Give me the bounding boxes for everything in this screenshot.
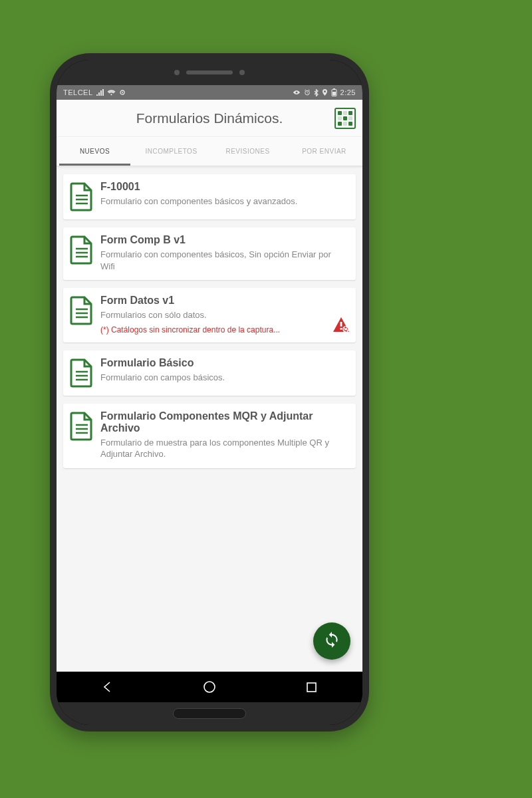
document-icon <box>70 296 94 325</box>
phone-frame: TELCEL <box>50 53 369 732</box>
tab-por-enviar[interactable]: POR ENVIAR <box>286 137 362 166</box>
tab-revisiones[interactable]: REVISIONES <box>209 137 286 166</box>
tab-bar: NUEVOS INCOMPLETOS REVISIONES POR ENVIAR <box>57 137 362 166</box>
tab-label: NUEVOS <box>80 148 110 155</box>
sensor-dot <box>239 70 245 75</box>
form-card-body: F-10001Formulario con componentes básico… <box>100 181 348 211</box>
nav-recents-button[interactable] <box>304 680 319 694</box>
form-title: Formulario Básico <box>100 357 348 369</box>
location-icon <box>119 89 126 96</box>
form-warning: (*) Catálogos sin sincronizar dentro de … <box>100 325 348 334</box>
alarm-icon <box>304 89 311 96</box>
phone-earpiece-bar <box>57 60 362 85</box>
svg-point-1 <box>122 92 123 93</box>
form-list[interactable]: F-10001Formulario con componentes básico… <box>57 166 362 672</box>
bluetooth-icon <box>314 89 319 96</box>
document-icon <box>70 412 94 441</box>
tab-incompletos[interactable]: INCOMPLETOS <box>133 137 209 166</box>
battery-icon <box>331 88 337 96</box>
nav-back-button[interactable] <box>100 680 115 694</box>
clock-label: 2:25 <box>340 88 356 96</box>
svg-rect-4 <box>333 88 335 90</box>
form-card-body: Formulario Componentes MQR y Adjuntar Ar… <box>100 410 348 460</box>
svg-rect-5 <box>332 92 336 96</box>
calendar-grid-icon[interactable] <box>334 108 356 129</box>
form-card-body: Form Comp B v1Formulario con componentes… <box>100 234 348 272</box>
document-icon <box>70 182 94 211</box>
document-icon <box>70 358 94 388</box>
form-title: F-10001 <box>100 181 348 193</box>
eye-icon <box>293 89 301 96</box>
form-card[interactable]: Form Datos v1Formularios con sólo datos.… <box>63 288 356 342</box>
tab-nuevos[interactable]: NUEVOS <box>57 137 133 166</box>
form-card[interactable]: Formulario Componentes MQR y Adjuntar Ar… <box>63 404 356 468</box>
form-card[interactable]: Form Comp B v1Formulario con componentes… <box>63 227 356 280</box>
form-card-body: Formulario BásicoFormulario con campos b… <box>100 357 348 388</box>
document-icon <box>70 235 94 265</box>
alert-sync-icon[interactable] <box>333 317 349 332</box>
status-left: TELCEL <box>63 88 126 96</box>
svg-rect-7 <box>340 328 342 330</box>
android-nav-bar <box>57 672 362 702</box>
form-description: Formularios con sólo datos. <box>100 309 348 321</box>
nav-home-button[interactable] <box>202 680 217 694</box>
form-title: Form Datos v1 <box>100 295 348 307</box>
svg-point-9 <box>204 682 215 692</box>
home-pill <box>173 708 246 719</box>
form-description: Formulario de muestra para los component… <box>100 437 348 460</box>
tab-label: REVISIONES <box>225 148 269 155</box>
appbar: Formularios Dinámicos. <box>57 100 362 137</box>
phone-screen: TELCEL <box>57 60 362 725</box>
form-title: Formulario Componentes MQR y Adjuntar Ar… <box>100 410 348 434</box>
svg-rect-6 <box>340 322 342 327</box>
form-description: Formulario con componentes básicos, Sin … <box>100 249 348 272</box>
app-root: Formularios Dinámicos. NUEVOS INCOMPLETO… <box>57 100 362 672</box>
tab-label: INCOMPLETOS <box>145 148 197 155</box>
form-card[interactable]: Formulario BásicoFormulario con campos b… <box>63 350 356 396</box>
signal-icon <box>96 89 104 96</box>
form-description: Formulario con componentes básicos y ava… <box>100 196 348 207</box>
sensor-dot <box>174 70 180 75</box>
appbar-title: Formularios Dinámicos. <box>136 110 283 126</box>
gps-icon <box>322 89 328 96</box>
wifi-icon <box>107 89 116 96</box>
carrier-label: TELCEL <box>63 88 93 96</box>
android-status-bar: TELCEL <box>57 85 362 100</box>
form-title: Form Comp B v1 <box>100 234 348 246</box>
svg-rect-10 <box>307 683 316 692</box>
form-card-body: Form Datos v1Formularios con sólo datos.… <box>100 295 348 334</box>
earpiece <box>186 70 233 74</box>
sync-icon <box>323 631 340 651</box>
phone-chin <box>57 702 362 725</box>
form-description: Formulario con campos básicos. <box>100 372 348 384</box>
form-card[interactable]: F-10001Formulario con componentes básico… <box>63 174 356 219</box>
tab-label: POR ENVIAR <box>302 148 346 155</box>
sync-fab[interactable] <box>313 622 350 660</box>
status-right: 2:25 <box>293 88 356 96</box>
